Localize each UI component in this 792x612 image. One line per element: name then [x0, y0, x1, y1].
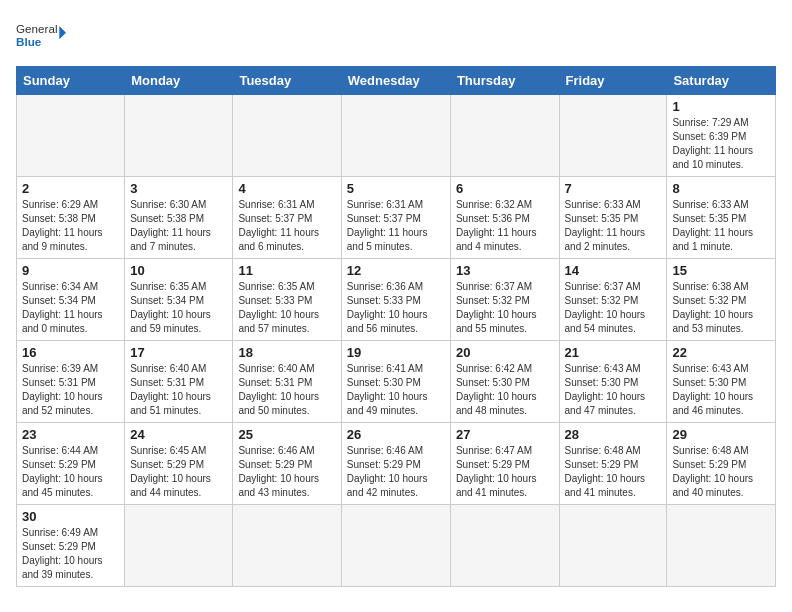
calendar-cell: 25Sunrise: 6:46 AM Sunset: 5:29 PM Dayli… [233, 423, 341, 505]
weekday-saturday: Saturday [667, 67, 776, 95]
calendar-cell: 23Sunrise: 6:44 AM Sunset: 5:29 PM Dayli… [17, 423, 125, 505]
week-row-2: 2Sunrise: 6:29 AM Sunset: 5:38 PM Daylig… [17, 177, 776, 259]
day-number: 15 [672, 263, 770, 278]
logo: General Blue [16, 16, 66, 56]
calendar-cell: 30Sunrise: 6:49 AM Sunset: 5:29 PM Dayli… [17, 505, 125, 587]
calendar-cell: 19Sunrise: 6:41 AM Sunset: 5:30 PM Dayli… [341, 341, 450, 423]
day-info: Sunrise: 6:31 AM Sunset: 5:37 PM Dayligh… [347, 198, 445, 254]
day-info: Sunrise: 6:48 AM Sunset: 5:29 PM Dayligh… [672, 444, 770, 500]
day-info: Sunrise: 6:46 AM Sunset: 5:29 PM Dayligh… [347, 444, 445, 500]
day-info: Sunrise: 6:35 AM Sunset: 5:34 PM Dayligh… [130, 280, 227, 336]
day-number: 17 [130, 345, 227, 360]
day-info: Sunrise: 6:33 AM Sunset: 5:35 PM Dayligh… [672, 198, 770, 254]
calendar-cell: 28Sunrise: 6:48 AM Sunset: 5:29 PM Dayli… [559, 423, 667, 505]
calendar-cell: 11Sunrise: 6:35 AM Sunset: 5:33 PM Dayli… [233, 259, 341, 341]
calendar-cell [559, 505, 667, 587]
calendar-cell: 24Sunrise: 6:45 AM Sunset: 5:29 PM Dayli… [125, 423, 233, 505]
day-info: Sunrise: 6:31 AM Sunset: 5:37 PM Dayligh… [238, 198, 335, 254]
calendar-cell: 4Sunrise: 6:31 AM Sunset: 5:37 PM Daylig… [233, 177, 341, 259]
day-number: 10 [130, 263, 227, 278]
day-number: 28 [565, 427, 662, 442]
calendar-cell [233, 95, 341, 177]
day-number: 13 [456, 263, 554, 278]
day-number: 4 [238, 181, 335, 196]
page-header: General Blue [16, 16, 776, 56]
week-row-3: 9Sunrise: 6:34 AM Sunset: 5:34 PM Daylig… [17, 259, 776, 341]
day-number: 22 [672, 345, 770, 360]
day-number: 26 [347, 427, 445, 442]
calendar-cell [125, 505, 233, 587]
calendar-cell: 22Sunrise: 6:43 AM Sunset: 5:30 PM Dayli… [667, 341, 776, 423]
day-info: Sunrise: 6:35 AM Sunset: 5:33 PM Dayligh… [238, 280, 335, 336]
day-info: Sunrise: 6:36 AM Sunset: 5:33 PM Dayligh… [347, 280, 445, 336]
week-row-6: 30Sunrise: 6:49 AM Sunset: 5:29 PM Dayli… [17, 505, 776, 587]
calendar-cell: 9Sunrise: 6:34 AM Sunset: 5:34 PM Daylig… [17, 259, 125, 341]
weekday-friday: Friday [559, 67, 667, 95]
day-info: Sunrise: 6:37 AM Sunset: 5:32 PM Dayligh… [456, 280, 554, 336]
day-number: 23 [22, 427, 119, 442]
calendar-cell [667, 505, 776, 587]
day-info: Sunrise: 6:38 AM Sunset: 5:32 PM Dayligh… [672, 280, 770, 336]
weekday-sunday: Sunday [17, 67, 125, 95]
calendar-cell [341, 505, 450, 587]
svg-text:General: General [16, 22, 57, 35]
calendar-cell [450, 95, 559, 177]
day-info: Sunrise: 6:33 AM Sunset: 5:35 PM Dayligh… [565, 198, 662, 254]
day-info: Sunrise: 7:29 AM Sunset: 6:39 PM Dayligh… [672, 116, 770, 172]
calendar-cell: 8Sunrise: 6:33 AM Sunset: 5:35 PM Daylig… [667, 177, 776, 259]
day-number: 19 [347, 345, 445, 360]
day-number: 27 [456, 427, 554, 442]
day-info: Sunrise: 6:39 AM Sunset: 5:31 PM Dayligh… [22, 362, 119, 418]
calendar-cell: 15Sunrise: 6:38 AM Sunset: 5:32 PM Dayli… [667, 259, 776, 341]
calendar-cell: 16Sunrise: 6:39 AM Sunset: 5:31 PM Dayli… [17, 341, 125, 423]
calendar-cell [233, 505, 341, 587]
calendar-cell: 17Sunrise: 6:40 AM Sunset: 5:31 PM Dayli… [125, 341, 233, 423]
day-number: 12 [347, 263, 445, 278]
weekday-wednesday: Wednesday [341, 67, 450, 95]
weekday-monday: Monday [125, 67, 233, 95]
day-number: 1 [672, 99, 770, 114]
weekday-header-row: SundayMondayTuesdayWednesdayThursdayFrid… [17, 67, 776, 95]
day-number: 29 [672, 427, 770, 442]
calendar-cell: 5Sunrise: 6:31 AM Sunset: 5:37 PM Daylig… [341, 177, 450, 259]
day-number: 24 [130, 427, 227, 442]
calendar-cell [450, 505, 559, 587]
calendar-cell [125, 95, 233, 177]
day-info: Sunrise: 6:42 AM Sunset: 5:30 PM Dayligh… [456, 362, 554, 418]
day-info: Sunrise: 6:30 AM Sunset: 5:38 PM Dayligh… [130, 198, 227, 254]
day-info: Sunrise: 6:47 AM Sunset: 5:29 PM Dayligh… [456, 444, 554, 500]
day-info: Sunrise: 6:49 AM Sunset: 5:29 PM Dayligh… [22, 526, 119, 582]
day-number: 3 [130, 181, 227, 196]
day-info: Sunrise: 6:43 AM Sunset: 5:30 PM Dayligh… [672, 362, 770, 418]
day-info: Sunrise: 6:41 AM Sunset: 5:30 PM Dayligh… [347, 362, 445, 418]
day-number: 21 [565, 345, 662, 360]
calendar-cell [559, 95, 667, 177]
day-number: 30 [22, 509, 119, 524]
day-info: Sunrise: 6:32 AM Sunset: 5:36 PM Dayligh… [456, 198, 554, 254]
day-info: Sunrise: 6:46 AM Sunset: 5:29 PM Dayligh… [238, 444, 335, 500]
day-info: Sunrise: 6:40 AM Sunset: 5:31 PM Dayligh… [130, 362, 227, 418]
calendar-cell [341, 95, 450, 177]
calendar-cell: 29Sunrise: 6:48 AM Sunset: 5:29 PM Dayli… [667, 423, 776, 505]
svg-text:Blue: Blue [16, 35, 42, 48]
calendar-cell: 6Sunrise: 6:32 AM Sunset: 5:36 PM Daylig… [450, 177, 559, 259]
calendar-cell: 1Sunrise: 7:29 AM Sunset: 6:39 PM Daylig… [667, 95, 776, 177]
calendar-cell: 27Sunrise: 6:47 AM Sunset: 5:29 PM Dayli… [450, 423, 559, 505]
day-number: 8 [672, 181, 770, 196]
day-number: 20 [456, 345, 554, 360]
calendar-cell: 12Sunrise: 6:36 AM Sunset: 5:33 PM Dayli… [341, 259, 450, 341]
day-info: Sunrise: 6:29 AM Sunset: 5:38 PM Dayligh… [22, 198, 119, 254]
calendar-cell: 3Sunrise: 6:30 AM Sunset: 5:38 PM Daylig… [125, 177, 233, 259]
day-number: 25 [238, 427, 335, 442]
day-number: 7 [565, 181, 662, 196]
day-number: 6 [456, 181, 554, 196]
calendar-cell: 7Sunrise: 6:33 AM Sunset: 5:35 PM Daylig… [559, 177, 667, 259]
week-row-1: 1Sunrise: 7:29 AM Sunset: 6:39 PM Daylig… [17, 95, 776, 177]
calendar-cell: 13Sunrise: 6:37 AM Sunset: 5:32 PM Dayli… [450, 259, 559, 341]
day-info: Sunrise: 6:34 AM Sunset: 5:34 PM Dayligh… [22, 280, 119, 336]
day-info: Sunrise: 6:43 AM Sunset: 5:30 PM Dayligh… [565, 362, 662, 418]
logo-svg: General Blue [16, 16, 66, 56]
calendar-table: SundayMondayTuesdayWednesdayThursdayFrid… [16, 66, 776, 587]
weekday-tuesday: Tuesday [233, 67, 341, 95]
calendar-cell: 20Sunrise: 6:42 AM Sunset: 5:30 PM Dayli… [450, 341, 559, 423]
